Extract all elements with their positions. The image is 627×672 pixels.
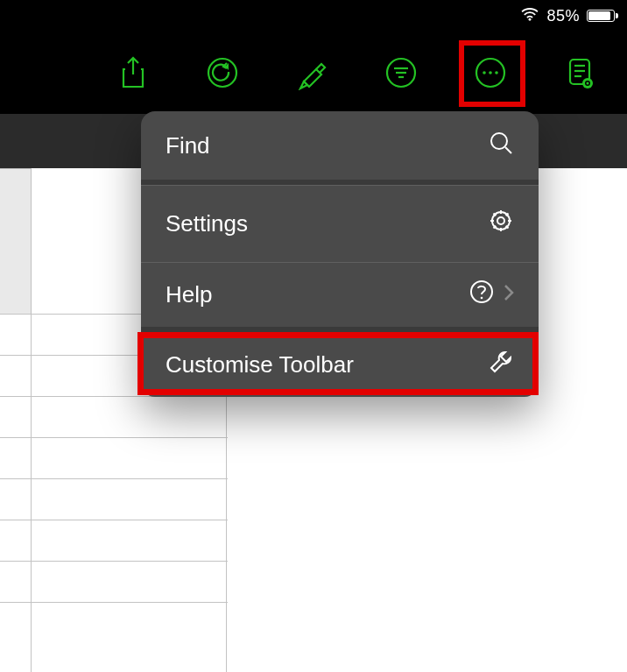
- menu-item-help[interactable]: Help: [141, 262, 539, 327]
- svg-point-15: [481, 297, 483, 300]
- menu-item-label: Find: [166, 132, 210, 159]
- menu-item-customise-toolbar[interactable]: Customise Toolbar: [141, 332, 539, 397]
- wifi-icon: [520, 7, 539, 25]
- wrench-icon: [488, 349, 514, 381]
- more-popover: Find Settings Help: [141, 111, 539, 397]
- share-button[interactable]: [114, 53, 152, 92]
- battery-percent: 85%: [546, 7, 580, 25]
- svg-point-11: [491, 133, 507, 149]
- gear-icon: [488, 208, 514, 240]
- more-button[interactable]: [471, 53, 510, 92]
- svg-point-5: [489, 71, 492, 74]
- menu-item-label: Help: [166, 281, 212, 308]
- status-bar: 85%: [0, 0, 627, 32]
- svg-point-10: [587, 82, 589, 85]
- chevron-right-icon: [504, 284, 514, 307]
- question-icon: [468, 279, 495, 311]
- svg-point-4: [483, 71, 486, 74]
- svg-point-13: [497, 217, 504, 224]
- collaboration-button[interactable]: [560, 53, 599, 92]
- svg-point-14: [471, 281, 492, 302]
- row-header-column: [0, 168, 32, 314]
- battery-icon: [587, 10, 615, 22]
- menu-item-label: Settings: [166, 210, 248, 237]
- search-icon: [488, 130, 514, 162]
- undo-button[interactable]: [203, 53, 242, 92]
- format-brush-button[interactable]: [292, 53, 331, 92]
- menu-item-label: Customise Toolbar: [166, 351, 354, 378]
- menu-item-find[interactable]: Find: [141, 111, 539, 180]
- menu-item-settings[interactable]: Settings: [141, 185, 539, 262]
- filter-button[interactable]: [382, 53, 420, 92]
- svg-point-6: [495, 71, 498, 74]
- toolbar: [0, 32, 627, 114]
- svg-point-0: [529, 18, 532, 21]
